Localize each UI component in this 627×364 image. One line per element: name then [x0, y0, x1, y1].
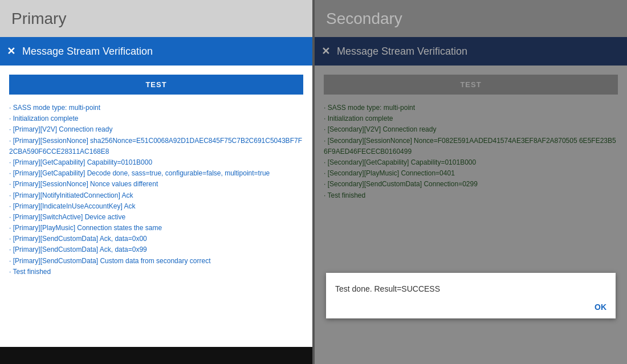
- secondary-dialog-title: Message Stream Verification: [337, 46, 467, 58]
- secondary-dialog: ✕ Message Stream Verification TEST · SAS…: [315, 37, 627, 364]
- primary-dialog-content: TEST · SASS mode type: multi-point · Ini…: [0, 66, 312, 347]
- primary-dialog-title: Message Stream Verification: [22, 46, 153, 58]
- ok-button[interactable]: OK: [335, 302, 606, 312]
- primary-log: · SASS mode type: multi-point · Initiali…: [9, 103, 303, 277]
- secondary-panel: Secondary ✕ Message Stream Verification …: [315, 0, 627, 364]
- primary-close-button[interactable]: ✕: [7, 45, 15, 58]
- secondary-dialog-titlebar: ✕ Message Stream Verification: [315, 37, 627, 66]
- primary-title: Primary: [11, 10, 66, 28]
- result-text: Test done. Result=SUCCESS: [335, 284, 606, 293]
- primary-dialog-titlebar: ✕ Message Stream Verification: [0, 37, 312, 66]
- primary-bottom-bar: [0, 347, 312, 364]
- primary-header: Primary: [0, 0, 312, 37]
- secondary-header: Secondary: [315, 0, 627, 37]
- primary-panel: Primary ✕ Message Stream Verification TE…: [0, 0, 312, 364]
- secondary-dialog-content: TEST · SASS mode type: multi-point · Ini…: [315, 66, 627, 364]
- secondary-close-button[interactable]: ✕: [321, 45, 330, 58]
- primary-dialog: ✕ Message Stream Verification TEST · SAS…: [0, 37, 312, 364]
- result-dialog: Test done. Result=SUCCESS OK: [326, 273, 616, 318]
- secondary-title: Secondary: [326, 10, 402, 28]
- primary-test-button[interactable]: TEST: [9, 75, 303, 95]
- secondary-log: · SASS mode type: multi-point · Initiali…: [324, 103, 618, 201]
- secondary-test-button[interactable]: TEST: [324, 75, 618, 95]
